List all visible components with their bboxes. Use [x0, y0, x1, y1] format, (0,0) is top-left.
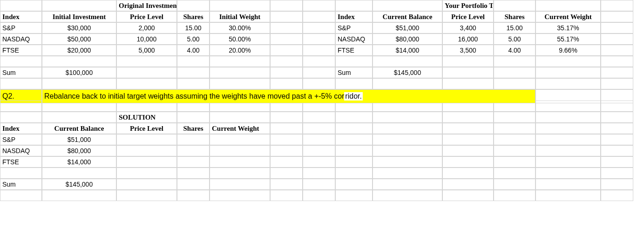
- portfolio-row-shares[interactable]: 5.00: [494, 34, 536, 45]
- blank-cell[interactable]: [373, 190, 442, 201]
- blank-cell[interactable]: [494, 123, 536, 134]
- original-row-initial-weight[interactable]: 30.00%: [210, 22, 270, 34]
- original-row-price-level[interactable]: 5,000: [116, 45, 177, 56]
- blank-cell[interactable]: [373, 179, 442, 190]
- original-row-index[interactable]: FTSE: [0, 45, 42, 56]
- header-index[interactable]: Index: [0, 11, 42, 22]
- blank-cell[interactable]: [494, 56, 536, 67]
- original-row-initial-investment[interactable]: $50,000: [42, 34, 116, 45]
- original-row-initial-investment[interactable]: $30,000: [42, 22, 116, 34]
- blank-cell[interactable]: [494, 145, 536, 156]
- blank-cell[interactable]: [210, 179, 270, 190]
- blank-cell[interactable]: [536, 0, 601, 11]
- blank-cell[interactable]: [494, 112, 536, 123]
- portfolio-row-current-weight[interactable]: 35.17%: [536, 22, 601, 34]
- blank-cell[interactable]: [335, 0, 373, 11]
- solution-sum-label[interactable]: Sum: [0, 179, 42, 190]
- blank-cell[interactable]: [116, 67, 177, 78]
- blank-cell[interactable]: [601, 78, 633, 89]
- blank-cell[interactable]: [210, 112, 270, 123]
- blank-cell[interactable]: [42, 78, 116, 89]
- blank-cell[interactable]: [601, 34, 633, 45]
- blank-cell[interactable]: [373, 168, 442, 179]
- blank-cell[interactable]: [335, 145, 373, 156]
- blank-cell[interactable]: [270, 112, 303, 123]
- blank-cell[interactable]: [442, 134, 494, 145]
- blank-cell[interactable]: [442, 56, 494, 67]
- blank-cell[interactable]: [177, 112, 210, 123]
- blank-cell[interactable]: [177, 156, 210, 168]
- blank-cell[interactable]: [303, 0, 335, 11]
- header-current-balance[interactable]: Current Balance: [373, 11, 442, 22]
- blank-cell[interactable]: [303, 134, 335, 145]
- blank-cell[interactable]: [270, 179, 303, 190]
- blank-cell[interactable]: [210, 56, 270, 67]
- blank-cell[interactable]: [303, 145, 335, 156]
- blank-cell[interactable]: [335, 179, 373, 190]
- blank-cell[interactable]: [494, 168, 536, 179]
- blank-cell[interactable]: [373, 123, 442, 134]
- blank-cell[interactable]: [335, 156, 373, 168]
- blank-cell[interactable]: [177, 179, 210, 190]
- blank-cell[interactable]: [270, 168, 303, 179]
- blank-cell[interactable]: [494, 0, 536, 11]
- blank-cell[interactable]: [601, 156, 633, 168]
- blank-cell[interactable]: [270, 56, 303, 67]
- blank-cell[interactable]: [494, 190, 536, 201]
- blank-cell[interactable]: [536, 168, 601, 179]
- blank-cell[interactable]: [0, 190, 42, 201]
- blank-cell[interactable]: [116, 179, 177, 190]
- blank-cell[interactable]: [210, 156, 270, 168]
- blank-cell[interactable]: [270, 67, 303, 78]
- portfolio-row-current-weight[interactable]: 9.66%: [536, 45, 601, 56]
- header-initial-investment[interactable]: Initial Investment: [42, 11, 116, 22]
- blank-cell[interactable]: [177, 0, 210, 11]
- blank-cell[interactable]: [536, 112, 601, 123]
- solution-row-index[interactable]: FTSE: [0, 156, 42, 168]
- original-row-shares[interactable]: 15.00: [177, 22, 210, 34]
- blank-cell[interactable]: [303, 11, 335, 22]
- portfolio-row-shares[interactable]: 15.00: [494, 22, 536, 34]
- solution-row-index[interactable]: NASDAQ: [0, 145, 42, 156]
- portfolio-sum-label[interactable]: Sum: [335, 67, 373, 78]
- header-shares[interactable]: Shares: [177, 11, 210, 22]
- blank-cell[interactable]: [210, 145, 270, 156]
- original-row-price-level[interactable]: 2,000: [116, 22, 177, 34]
- original-row-initial-investment[interactable]: $20,000: [42, 45, 116, 56]
- header-current-weight[interactable]: Current Weight: [210, 123, 270, 134]
- blank-cell[interactable]: [210, 168, 270, 179]
- original-row-initial-weight[interactable]: 50.00%: [210, 34, 270, 45]
- blank-cell[interactable]: [442, 78, 494, 89]
- solution-row-current-balance[interactable]: $80,000: [42, 145, 116, 156]
- blank-cell[interactable]: [601, 0, 633, 11]
- blank-cell[interactable]: [373, 134, 442, 145]
- portfolio-row-price-level[interactable]: 3,400: [442, 22, 494, 34]
- blank-cell[interactable]: [42, 190, 116, 201]
- blank-cell[interactable]: [116, 56, 177, 67]
- portfolio-row-current-balance[interactable]: $80,000: [373, 34, 442, 45]
- portfolio-row-current-balance[interactable]: $51,000: [373, 22, 442, 34]
- blank-cell[interactable]: [0, 168, 42, 179]
- blank-cell[interactable]: [536, 56, 601, 67]
- blank-cell[interactable]: [601, 11, 633, 22]
- blank-cell[interactable]: [177, 67, 210, 78]
- blank-cell[interactable]: [373, 112, 442, 123]
- header-index[interactable]: Index: [0, 123, 42, 134]
- blank-cell[interactable]: [177, 145, 210, 156]
- blank-cell[interactable]: [601, 101, 633, 112]
- blank-cell[interactable]: [270, 156, 303, 168]
- blank-cell[interactable]: [536, 134, 601, 145]
- portfolio-row-price-level[interactable]: 3,500: [442, 45, 494, 56]
- blank-cell[interactable]: [303, 34, 335, 45]
- blank-cell[interactable]: [442, 168, 494, 179]
- blank-cell[interactable]: [177, 56, 210, 67]
- question-text-cell[interactable]: Rebalance back to initial target weights…: [42, 89, 536, 103]
- blank-cell[interactable]: [335, 78, 373, 89]
- blank-cell[interactable]: [373, 56, 442, 67]
- blank-cell[interactable]: [494, 134, 536, 145]
- portfolio-row-index[interactable]: FTSE: [335, 45, 373, 56]
- blank-cell[interactable]: [42, 56, 116, 67]
- header-initial-weight[interactable]: Initial Weight: [210, 11, 270, 22]
- blank-cell[interactable]: [536, 78, 601, 89]
- portfolio-row-price-level[interactable]: 16,000: [442, 34, 494, 45]
